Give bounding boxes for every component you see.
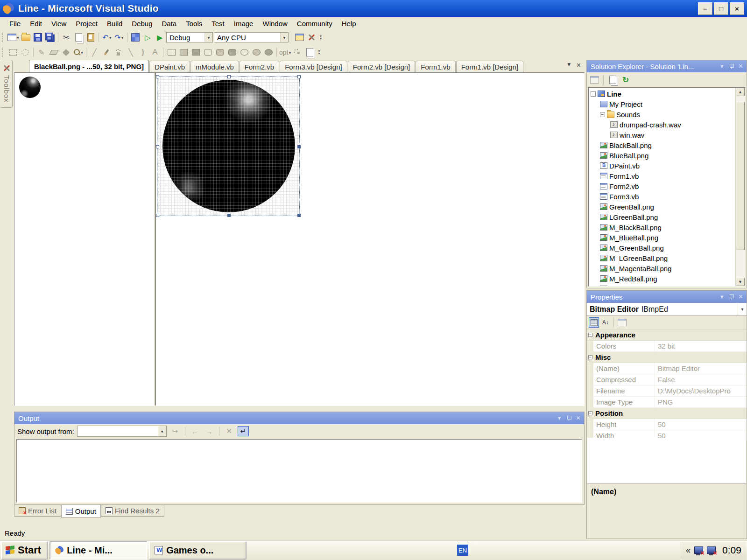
menu-item[interactable]: View — [47, 18, 71, 29]
pin-icon[interactable] — [567, 415, 571, 421]
tool-window-tab[interactable]: Error List — [14, 505, 61, 517]
panel-dropdown-icon[interactable]: ▼ — [719, 294, 725, 300]
network-disconnected-icon[interactable] — [694, 546, 703, 554]
refresh-button[interactable]: ↻ — [620, 75, 631, 85]
line-tool-button[interactable]: ╱ — [89, 47, 100, 58]
tree-item[interactable]: − Form3.vb — [589, 191, 735, 202]
menu-item[interactable]: Community — [292, 18, 337, 29]
copy-button[interactable] — [73, 32, 84, 43]
paste-button[interactable] — [85, 32, 96, 43]
property-value[interactable]: D:\MyDocs\DesktopPro — [655, 387, 747, 395]
curve-tool-button[interactable]: ) — [137, 47, 148, 58]
toolbar-grip[interactable] — [2, 48, 5, 57]
tree-item[interactable]: − M_LGreenBall.png — [589, 253, 735, 263]
tray-chevron-icon[interactable]: « — [686, 546, 691, 555]
tree-item[interactable]: − BlackBall.png — [589, 140, 735, 150]
close-document-icon[interactable]: × — [577, 61, 581, 70]
airbrush-button[interactable] — [113, 47, 124, 58]
property-value[interactable]: 32 bit — [655, 342, 747, 350]
minimize-icon[interactable]: – — [698, 2, 712, 15]
menu-item[interactable]: Help — [337, 18, 361, 29]
selection-handle-top-left[interactable] — [156, 75, 159, 78]
filled-rectangle-button[interactable] — [178, 47, 189, 58]
property-row[interactable]: − (Name) Bitmap Editor — [587, 363, 747, 374]
scrollbar-thumb[interactable] — [736, 102, 745, 250]
eraser-button[interactable] — [48, 47, 59, 58]
pin-icon[interactable] — [729, 63, 734, 69]
object-selector-combo[interactable]: Bitmap Editor IBmpEd ▾ — [587, 303, 747, 316]
taskbar-button[interactable]: Line - Mi... — [49, 541, 147, 560]
pixel-canvas[interactable] — [157, 76, 300, 216]
menu-item[interactable]: Test — [207, 18, 229, 29]
selection-handle-mid-right[interactable] — [297, 145, 301, 148]
tree-item[interactable]: − GreenBall.png — [589, 202, 735, 212]
tree-expander-icon[interactable]: − — [600, 112, 605, 117]
document-tab[interactable]: Form3.vb [Design] — [280, 61, 347, 72]
next-message-button[interactable]: → — [204, 426, 215, 436]
property-row[interactable]: − Position — [587, 408, 747, 419]
selection-handle-bottom-mid[interactable] — [227, 214, 231, 217]
chevron-down-icon[interactable]: ▾ — [17, 35, 19, 40]
menu-item[interactable]: Data — [157, 18, 182, 29]
panel-dropdown-icon[interactable]: ▼ — [557, 415, 562, 421]
option-button[interactable]: opt▾ — [279, 47, 291, 58]
category-collapse-icon[interactable]: − — [588, 355, 592, 359]
chevron-down-icon[interactable]: ▾ — [81, 50, 83, 55]
category-collapse-icon[interactable]: − — [588, 411, 592, 415]
property-value[interactable]: False — [655, 376, 747, 384]
document-tab[interactable]: mModule.vb — [190, 61, 239, 72]
categorized-view-button[interactable] — [589, 317, 599, 328]
tree-item[interactable]: − DPaint.vb — [589, 161, 735, 171]
chevron-down-icon[interactable]: ▾ — [280, 33, 288, 42]
menu-item[interactable]: File — [5, 18, 25, 29]
taskbar-clock[interactable]: 0:09 — [722, 545, 741, 556]
previous-message-button[interactable]: ← — [190, 426, 201, 436]
category-collapse-icon[interactable]: − — [588, 333, 592, 337]
property-row[interactable]: − Appearance — [587, 329, 747, 341]
property-pages-button[interactable] — [617, 317, 627, 328]
output-panel-header[interactable]: Output ▼ × — [14, 412, 584, 424]
menu-item[interactable]: Image — [229, 18, 258, 29]
network-disconnected-icon[interactable] — [707, 546, 716, 554]
close-icon[interactable]: × — [739, 293, 743, 301]
rectangle-select-button[interactable] — [7, 47, 19, 58]
document-tab[interactable]: Form2.vb — [240, 61, 279, 72]
tree-item[interactable]: − M_RedBall.png — [589, 273, 735, 284]
tree-item[interactable]: − win.wav — [589, 130, 735, 140]
property-value[interactable]: 50 — [655, 420, 747, 428]
menu-item[interactable]: Edit — [25, 18, 47, 29]
properties-button[interactable] — [589, 75, 600, 85]
output-source-combo[interactable]: ▾ — [77, 426, 167, 437]
save-button[interactable] — [32, 32, 43, 43]
solution-explorer-header[interactable]: Solution Explorer - Solution 'Lin... ▼ × — [587, 60, 747, 72]
document-tab[interactable]: Form2.vb [Design] — [348, 61, 416, 72]
close-icon[interactable]: × — [576, 414, 580, 422]
alphabetical-sort-button[interactable]: A↓ — [600, 317, 611, 328]
chevron-down-icon[interactable]: ▾ — [738, 303, 747, 315]
brush-button[interactable] — [101, 47, 112, 58]
pencil-button[interactable]: ✎ — [36, 47, 47, 58]
maximize-icon[interactable]: □ — [714, 2, 728, 15]
chevron-down-icon[interactable]: ▾ — [109, 35, 112, 40]
tree-item[interactable]: − Form2.vb — [589, 181, 735, 191]
tree-item[interactable]: − Form1.vb — [589, 171, 735, 181]
find-in-files-button[interactable] — [294, 32, 305, 43]
selection-handle-bottom-right[interactable] — [297, 214, 301, 217]
magic-wand-button[interactable] — [292, 47, 303, 58]
line2-tool-button[interactable]: ╲ — [125, 47, 136, 58]
tree-item[interactable]: − Line — [589, 89, 735, 99]
tab-list-dropdown-icon[interactable]: ▼ — [566, 61, 572, 70]
tree-item[interactable]: − MagentaBall.png — [589, 284, 735, 287]
menu-item[interactable]: Tools — [181, 18, 207, 29]
property-value[interactable]: PNG — [655, 398, 747, 406]
tree-scrollbar[interactable]: ▲ ▼ — [735, 88, 745, 286]
property-row[interactable]: − Misc — [587, 352, 747, 363]
cut-button[interactable]: ✂ — [61, 32, 72, 43]
taskbar-button[interactable]: Games o... — [149, 541, 247, 560]
redo-button[interactable]: ↷▾ — [113, 32, 125, 43]
magnified-pane[interactable] — [156, 73, 584, 406]
scroll-down-icon[interactable]: ▼ — [736, 278, 745, 286]
processes-button[interactable] — [130, 32, 141, 43]
close-icon[interactable]: × — [730, 2, 744, 15]
toolbox-tab[interactable]: Toolbox — [1, 60, 13, 108]
